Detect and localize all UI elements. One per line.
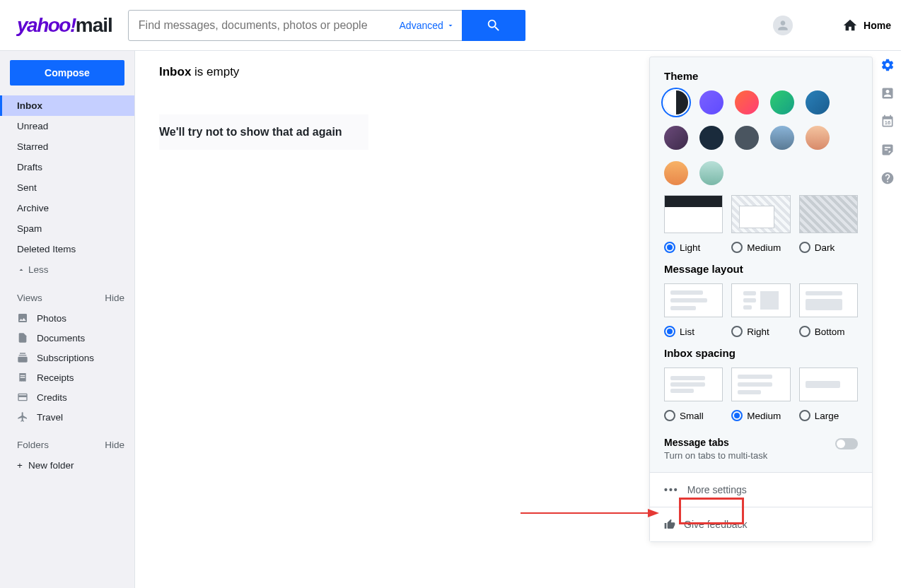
theme-swatches [650,90,872,195]
document-icon [17,332,28,343]
more-settings[interactable]: ••• More settings [650,472,872,507]
view-photos[interactable]: Photos [0,308,134,328]
logo-mail: mail [76,14,112,37]
folders-hide[interactable]: Hide [105,440,124,450]
swatch-ocean[interactable] [699,161,723,185]
theme-mode-radios: Light Medium Dark [650,239,872,263]
person-icon [776,18,790,33]
ad-message: We'll try not to show that ad again [159,114,368,150]
logo-yahoo: yahoo! [17,14,76,37]
help-icon[interactable] [880,171,895,185]
home-button[interactable]: Home [842,18,891,33]
spacing-heading: Inbox spacing [650,347,872,368]
home-icon [842,18,858,33]
view-label: Documents [37,333,85,343]
swatch-blue[interactable] [806,90,830,114]
swatch-purple[interactable] [699,90,723,114]
feedback-label: Give feedback [684,519,748,530]
folder-inbox[interactable]: Inbox [0,95,134,116]
more-settings-label: More settings [687,484,747,495]
radio-medium[interactable]: Medium [731,242,790,253]
notes-icon[interactable] [880,143,895,157]
radio-list[interactable]: List [664,326,723,337]
plus-icon: + [17,460,23,471]
swatch-violet[interactable] [664,126,688,150]
give-feedback[interactable]: Give feedback [650,507,872,541]
radio-right[interactable]: Right [731,326,790,337]
receipt-icon [17,372,28,383]
compose-button[interactable]: Compose [10,60,124,86]
less-toggle[interactable]: Less [0,259,134,280]
new-folder[interactable]: + New folder [0,455,134,476]
radio-dark[interactable]: Dark [799,242,858,253]
spacing-large-preview[interactable] [799,368,858,401]
swatch-sunset[interactable] [664,161,688,185]
swatch-navy[interactable] [699,126,723,150]
view-travel[interactable]: Travel [0,407,134,427]
sidebar: Compose Inbox Unread Starred Drafts Sent… [0,51,135,588]
search-bar: Advanced [128,10,525,41]
advanced-label: Advanced [400,20,443,31]
subscriptions-icon [17,352,28,363]
layout-right-preview[interactable] [731,283,790,317]
advanced-search[interactable]: Advanced [393,20,462,31]
layout-bottom-preview[interactable] [799,283,858,317]
folder-drafts[interactable]: Drafts [0,157,134,177]
chevron-up-icon [17,266,25,274]
swatch-classic[interactable] [664,90,688,114]
folder-unread[interactable]: Unread [0,116,134,136]
folder-archive[interactable]: Archive [0,198,134,218]
theme-medium-preview[interactable] [731,195,790,233]
spacing-small-preview[interactable] [664,368,723,401]
folders-title: Folders [17,440,49,450]
inbox-empty: is empty [191,65,239,78]
theme-mode-previews [650,195,872,239]
search-icon [486,18,501,33]
swatch-gray[interactable] [735,126,759,150]
views-title: Views [17,293,42,303]
new-folder-label: New folder [28,460,74,471]
swatch-mountain[interactable] [770,126,794,150]
calendar-icon[interactable]: 16 [880,114,895,129]
contacts-icon[interactable] [880,86,895,100]
view-credits[interactable]: Credits [0,387,134,407]
swatch-green[interactable] [770,90,794,114]
plane-icon [17,411,28,423]
theme-dark-preview[interactable] [799,195,858,233]
spacing-radios: Small Medium Large [650,407,872,431]
header: yahoo!mail Advanced Home [0,0,901,51]
search-button[interactable] [462,10,525,41]
swatch-orange[interactable] [735,90,759,114]
views-hide[interactable]: Hide [105,293,124,303]
spacing-medium-preview[interactable] [731,368,790,401]
radio-light[interactable]: Light [664,242,723,253]
theme-heading: Theme [650,70,872,90]
layout-list-preview[interactable] [664,283,723,317]
card-icon [17,392,28,403]
tabs-title: Message tabs [664,437,767,448]
search-input[interactable] [129,19,393,32]
radio-small[interactable]: Small [664,410,723,421]
radio-large[interactable]: Large [799,410,858,421]
folder-spam[interactable]: Spam [0,218,134,239]
radio-med[interactable]: Medium [731,410,790,421]
folder-sent[interactable]: Sent [0,177,134,198]
view-subscriptions[interactable]: Subscriptions [0,348,134,368]
radio-bottom[interactable]: Bottom [799,326,858,337]
avatar[interactable] [773,16,793,35]
less-label: Less [28,264,49,275]
view-label: Credits [37,392,67,403]
thumb-icon [664,519,675,530]
folder-deleted[interactable]: Deleted Items [0,239,134,259]
view-receipts[interactable]: Receipts [0,368,134,387]
layout-previews [650,283,872,323]
gear-icon[interactable] [880,58,895,72]
swatch-beach[interactable] [806,126,830,150]
svg-text:16: 16 [885,119,890,126]
view-documents[interactable]: Documents [0,328,134,348]
photo-icon [17,312,28,324]
folder-starred[interactable]: Starred [0,136,134,157]
logo[interactable]: yahoo!mail [17,14,112,37]
theme-light-preview[interactable] [664,195,723,233]
tabs-toggle[interactable] [835,438,858,449]
